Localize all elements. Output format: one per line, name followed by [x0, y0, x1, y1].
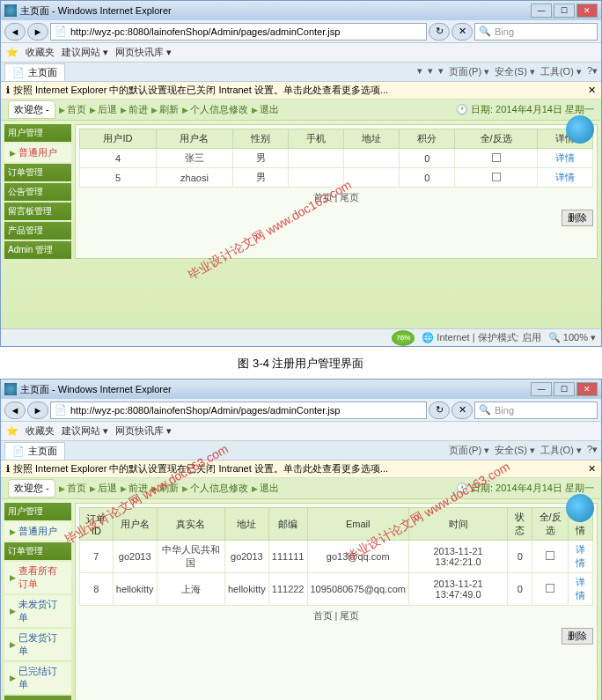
search-box[interactable]: 🔍 Bing [474, 402, 598, 419]
side-head-notice[interactable]: 公告管理 [4, 183, 71, 201]
tool-feed[interactable]: ▾ [428, 65, 433, 78]
ie-icon [4, 4, 17, 17]
tool-safety[interactable]: 安全(S) ▾ [495, 65, 535, 78]
side-head-notice[interactable]: 公告管理 [4, 696, 71, 700]
nav-profile[interactable]: ▶个人信息修改 [182, 482, 248, 495]
sidebar-item-users[interactable]: ▶普通用户 [4, 144, 71, 162]
row-checkbox[interactable] [532, 541, 569, 573]
page-icon: 📄 [55, 404, 67, 416]
tab-bar: 📄 主页面 页面(P) ▾ 安全(S) ▾ 工具(O) ▾ ?▾ [1, 441, 601, 461]
nav-forward[interactable]: ▶前进 [121, 103, 148, 116]
sidebar-item-all-orders[interactable]: ▶查看所有订单 [4, 562, 71, 593]
tool-tools[interactable]: 工具(O) ▾ [540, 65, 582, 78]
welcome-tab: 欢迎您 - [8, 100, 55, 119]
status-bar: 76% 🌐 Internet | 保护模式: 启用 🔍 100% ▾ [1, 328, 601, 346]
forward-button[interactable]: ► [27, 402, 48, 419]
star-icon[interactable]: ⭐ [6, 425, 18, 437]
search-box[interactable]: 🔍 Bing [474, 23, 598, 41]
minimize-button[interactable]: — [531, 382, 552, 396]
tool-tools[interactable]: 工具(O) ▾ [540, 444, 582, 457]
back-button[interactable]: ◄ [4, 23, 26, 41]
zoom-level[interactable]: 🔍 100% ▾ [548, 332, 596, 343]
info-bar[interactable]: ℹ 按照 Internet Explorer 中的默认设置现在已关闭 Intra… [1, 82, 601, 99]
progress-badge: 76% [392, 330, 415, 346]
browser-window-2: 主页面 - Windows Internet Explorer — ☐ ✕ ◄ … [0, 379, 602, 700]
info-bar[interactable]: ℹ 按照 Internet Explorer 中的默认设置现在已关闭 Intra… [1, 461, 601, 478]
maximize-button[interactable]: ☐ [554, 4, 575, 18]
pager[interactable]: 首页 | 尾页 [79, 188, 593, 208]
nav-profile[interactable]: ▶个人信息修改 [182, 103, 248, 116]
close-button[interactable]: ✕ [576, 4, 598, 18]
stop-button[interactable]: ✕ [452, 402, 473, 419]
th-select[interactable]: 全/反选 [455, 129, 538, 149]
browser-tab[interactable]: 📄 主页面 [4, 442, 65, 460]
nav-refresh[interactable]: ▶刷新 [151, 103, 179, 116]
detail-link[interactable]: 详情 [555, 152, 575, 163]
detail-link[interactable]: 详情 [576, 544, 585, 568]
refresh-button[interactable]: ↻ [429, 23, 450, 41]
favorites-label[interactable]: 收藏夹 [26, 46, 55, 59]
delete-button[interactable]: 删除 [562, 628, 593, 645]
tool-help[interactable]: ?▾ [587, 65, 598, 78]
tool-page[interactable]: 页面(P) ▾ [449, 65, 489, 78]
nav-forward[interactable]: ▶前进 [121, 482, 148, 495]
detail-link[interactable]: 详情 [555, 172, 575, 182]
side-head-admin[interactable]: Admin 管理 [4, 241, 71, 259]
tool-mail[interactable]: ▾ [438, 65, 444, 78]
pager[interactable]: 首页 | 尾页 [79, 606, 593, 626]
fav-item-1[interactable]: 建议网站 ▾ [62, 424, 108, 438]
sidebar-item-done[interactable]: ▶已完结订单 [4, 662, 71, 694]
page-icon: 📄 [55, 26, 67, 37]
close-button[interactable]: ✕ [576, 382, 598, 396]
nav-back[interactable]: ▶后退 [90, 482, 117, 495]
bird-logo-icon [566, 115, 594, 144]
th-gender: 性别 [232, 129, 288, 149]
address-bar[interactable]: 📄 http://wyz-pc:8080/lainofenShop/Admin/… [50, 402, 427, 419]
side-head-product[interactable]: 产品管理 [4, 222, 71, 239]
info-close-button[interactable]: ✕ [588, 85, 596, 96]
side-head-user[interactable]: 用户管理 [4, 124, 71, 142]
table-header-row: 订单ID 用户名 真实名 地址 邮编 Email 时间 状态 全/反选 详情 [80, 508, 593, 541]
nav-logout[interactable]: ▶退出 [252, 103, 279, 116]
nav-refresh[interactable]: ▶刷新 [151, 482, 179, 495]
refresh-button[interactable]: ↻ [429, 402, 450, 419]
url-text: http://wyz-pc:8080/lainofenShop/Admin/pa… [70, 405, 340, 416]
forward-button[interactable]: ► [27, 23, 48, 41]
address-bar[interactable]: 📄 http://wyz-pc:8080/lainofenShop/Admin/… [50, 23, 427, 41]
side-head-order[interactable]: 订单管理 [4, 164, 71, 181]
row-checkbox[interactable] [455, 168, 538, 188]
minimize-button[interactable]: — [531, 4, 552, 18]
nav-home[interactable]: ▶首页 [59, 482, 86, 495]
stop-button[interactable]: ✕ [452, 23, 473, 41]
star-icon[interactable]: ⭐ [6, 47, 18, 58]
detail-link[interactable]: 详情 [576, 577, 585, 601]
window-title: 主页面 - Windows Internet Explorer [20, 383, 172, 396]
fav-item-1[interactable]: 建议网站 ▾ [62, 46, 108, 59]
nav-back[interactable]: ▶后退 [90, 103, 117, 116]
row-checkbox[interactable] [455, 149, 538, 168]
tool-help[interactable]: ?▾ [587, 444, 598, 457]
nav-logout[interactable]: ▶退出 [252, 482, 279, 495]
tool-page[interactable]: 页面(P) ▾ [449, 444, 489, 457]
side-head-order[interactable]: 订单管理 [4, 542, 71, 560]
row-checkbox[interactable] [532, 573, 569, 606]
favorites-label[interactable]: 收藏夹 [26, 424, 55, 438]
sidebar-item-shipped[interactable]: ▶已发货订单 [4, 629, 71, 660]
info-close-button[interactable]: ✕ [588, 463, 596, 475]
sidebar-item-unshipped[interactable]: ▶未发货订单 [4, 595, 71, 627]
maximize-button[interactable]: ☐ [554, 382, 575, 396]
tool-safety[interactable]: 安全(S) ▾ [495, 444, 535, 457]
table-row: 8 hellokitty 上海 hellokitty 111222 109508… [80, 573, 593, 606]
fav-item-2[interactable]: 网页快讯库 ▾ [115, 424, 172, 438]
nav-home[interactable]: ▶首页 [59, 103, 86, 116]
delete-button[interactable]: 删除 [562, 210, 593, 226]
tool-home[interactable]: ▾ [417, 65, 422, 78]
table-row: 7 go2013 中华人民共和国 go2013 111111 go13@qq.c… [80, 541, 593, 573]
sidebar-item-users[interactable]: ▶普通用户 [4, 522, 71, 541]
fav-item-2[interactable]: 网页快讯库 ▾ [115, 46, 172, 59]
side-head-msg[interactable]: 留言板管理 [4, 203, 71, 220]
side-head-user[interactable]: 用户管理 [4, 503, 71, 520]
titlebar: 主页面 - Windows Internet Explorer — ☐ ✕ [1, 379, 601, 399]
back-button[interactable]: ◄ [4, 402, 26, 419]
browser-tab[interactable]: 📄 主页面 [4, 63, 65, 81]
